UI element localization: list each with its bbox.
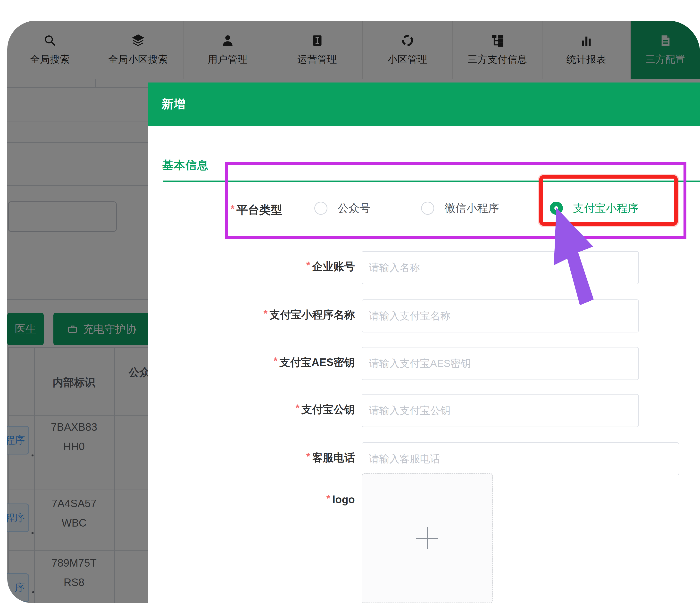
required-asterisk: * — [273, 355, 278, 367]
logo-upload-box[interactable] — [362, 473, 493, 603]
service-phone-input[interactable] — [362, 442, 679, 475]
required-asterisk: * — [306, 259, 310, 271]
required-asterisk: * — [306, 451, 310, 462]
alipay-public-key-input[interactable] — [362, 394, 639, 427]
field-label: *支付宝公钥 — [296, 402, 355, 417]
tab-basic-info[interactable]: 基本信息 — [162, 158, 209, 173]
dialog-header: 新增 — [148, 83, 700, 126]
plus-icon — [416, 527, 438, 549]
required-asterisk: * — [296, 402, 299, 414]
add-dialog: 新增 基本信息 *平台类型 公众号 微信小程序 支付宝小程序 *企业账号 — [148, 83, 700, 611]
field-label: *支付宝AES密钥 — [273, 355, 355, 370]
required-asterisk: * — [264, 308, 267, 319]
field-label: *企业账号 — [306, 259, 355, 274]
screenshot-canvas: 全局搜索 全局小区搜索 用户管理 运营管理 小区管理 — [0, 0, 700, 611]
mouse-cursor-icon — [554, 208, 598, 310]
alipay-aes-key-input[interactable] — [362, 347, 639, 380]
field-label: *支付宝小程序名称 — [264, 308, 355, 322]
field-label: *客服电话 — [306, 451, 355, 465]
dialog-title: 新增 — [162, 96, 186, 112]
required-asterisk: * — [326, 493, 330, 504]
field-label: *logo — [326, 493, 355, 506]
